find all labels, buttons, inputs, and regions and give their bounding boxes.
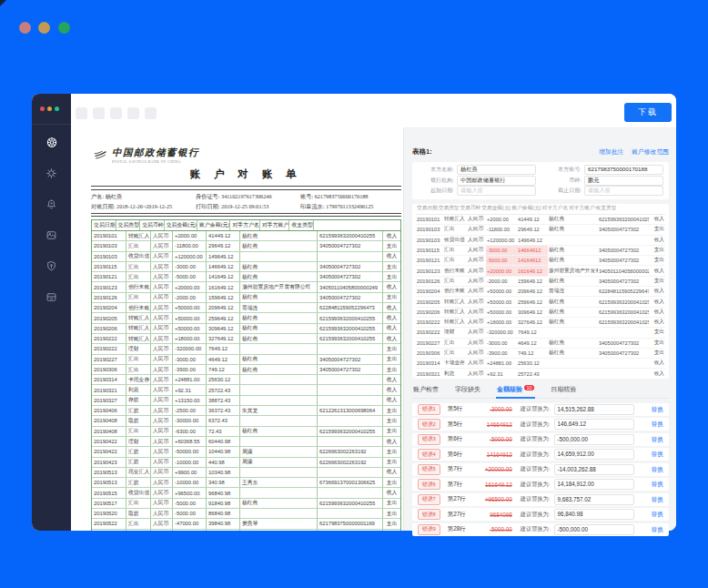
replace-link[interactable]: 替换 (651, 510, 663, 519)
cell-balance: 25722.43 (517, 369, 548, 378)
verification-tab[interactable]: 日期核验 (550, 383, 577, 398)
download-button[interactable]: 下载 (624, 103, 672, 122)
close-icon[interactable] (40, 106, 45, 111)
replace-link[interactable]: 替换 (651, 465, 663, 474)
suggestion-input[interactable]: 14,515,262.88 (554, 404, 634, 415)
suggestion-input[interactable]: -500,000.00 (554, 434, 634, 445)
cell-date: 20190513 (92, 468, 126, 477)
fullscreen-icon[interactable] (55, 106, 59, 111)
database-icon[interactable] (46, 290, 58, 303)
transaction-row[interactable]: 20190123 他行来账 人民币 +20000.00 161649.12 滁州… (416, 266, 665, 276)
field-input[interactable]: 杨红燕 (457, 165, 536, 175)
cell-balance: 209649.12 (207, 303, 240, 312)
cell-counterparty-account: 6215993632000410255 (598, 318, 649, 327)
statement-row: 20190103 汇出 人民币 -11800.00 29649.12 杨红燕 3… (92, 241, 400, 251)
toolbar-button-1[interactable] (76, 107, 87, 119)
cell-balance: 72.43 (207, 427, 240, 436)
close-button[interactable] (19, 22, 31, 34)
cell-counterparty-account: 34050004727302 (598, 339, 649, 348)
cell-amount: +18000.00 (486, 318, 517, 327)
statement-row: 20190520 取款 人民币 -5000.00 86840.98 支出 (92, 509, 400, 519)
transaction-row[interactable]: 20190103 汇出 人民币 -11800.00 29649.12 杨红燕 3… (416, 225, 665, 235)
suggestion-input[interactable]: -500,000.00 (554, 524, 634, 535)
field-label: 本方名称: (418, 166, 454, 174)
statement-period: 2018-12-26~2019-12-25 (116, 203, 172, 209)
suggest-label: 建议替换为: (521, 421, 551, 429)
replace-link[interactable]: 替换 (651, 480, 663, 489)
transaction-row[interactable]: 20190121 汇出 人民币 -5000.00 14164912 杨红燕 34… (416, 256, 665, 266)
minimize-button[interactable] (38, 22, 50, 34)
cell-date: 20190306 (416, 349, 443, 358)
transaction-row[interactable]: 20190206 转账汇入 人民币 +50000.00 309649.12 杨红… (416, 308, 665, 318)
suggestion-input[interactable]: 9,683,757.02 (554, 494, 634, 505)
image-card-icon[interactable] (46, 228, 58, 241)
cell-type: 汇出 (126, 355, 151, 364)
toolbar-button-2[interactable] (93, 107, 105, 119)
cell-amount: +2000.00 (173, 231, 207, 240)
cell-amount: -11800.00 (173, 241, 207, 250)
replace-link[interactable]: 替换 (651, 435, 663, 444)
transaction-row[interactable]: 20190222 转账汇入 人民币 +18000.00 327649.12 杨红… (416, 318, 665, 328)
sidebar (32, 94, 71, 531)
verification-tab[interactable]: 账户检查 (412, 383, 440, 398)
suggestion-input[interactable]: 14,184,912.00 (554, 479, 634, 490)
transaction-row[interactable]: 20190227 汇出 人民币 -3000.00 4649.12 杨红燕 340… (416, 339, 665, 349)
cell-balance: 4649.12 (207, 355, 240, 364)
statement-scan[interactable]: 中国邮政储蓄银行 POSTAL SAVINGS BANK OF CHINA 账 … (71, 127, 403, 531)
suggestion-input[interactable]: 96,840.98 (554, 509, 634, 520)
cell-direction: 支出 (649, 225, 665, 234)
replace-link[interactable]: 替换 (651, 450, 663, 459)
replace-link[interactable]: 替换 (651, 525, 663, 534)
account-edit-scope-link[interactable]: 账户修改范围 (632, 147, 669, 157)
verification-tab[interactable]: 字段缺失 (454, 383, 481, 398)
cell-date: 20190101 (416, 215, 443, 224)
transaction-row[interactable]: 20190204 他行来账 人民币 +50000.00 209649.12 贾瑞… (416, 287, 665, 297)
statement-row: 20190206 转账汇入 人民币 +50000.00 309649.12 杨红… (92, 324, 400, 334)
transaction-row[interactable]: 20190115 汇出 人民币 -3000.00 14664912 杨红燕 34… (416, 246, 665, 256)
cell-currency: 人民币 (151, 530, 173, 531)
cell-amount: +9900.00 (173, 468, 207, 477)
add-annotation-link[interactable]: 增加批注 (599, 147, 623, 157)
error-badge: 错误7 (418, 494, 440, 505)
cell-direction: 收入 (649, 369, 665, 378)
suggestion-input[interactable]: 14,659,912.00 (554, 449, 634, 460)
transaction-row[interactable]: 20190126 汇出 人民币 -2000.00 159649.12 杨红燕 3… (416, 277, 665, 287)
sidebar-nav (32, 136, 71, 303)
cell-counterparty-account (318, 468, 383, 477)
suggestion-input[interactable]: -14,003,262.88 (554, 464, 634, 475)
cell-balance: 259649.12 (517, 297, 548, 306)
cell-date: 20190103 (416, 225, 443, 234)
transaction-row[interactable]: 20190222 理财 人民币 -320000.00 7649.12 支出 (416, 328, 665, 338)
bell-icon[interactable] (46, 198, 58, 210)
transaction-row[interactable]: 20190306 汇出 人民币 -3900.00 749.12 杨红燕 3405… (416, 349, 665, 359)
replace-link[interactable]: 替换 (651, 405, 663, 414)
replace-link[interactable]: 替换 (651, 420, 663, 429)
helm-home-icon[interactable] (46, 136, 58, 148)
verification-tab[interactable]: 金额核验10 (496, 383, 535, 399)
field-input[interactable]: 请输入值 (457, 186, 536, 196)
field-input[interactable]: 鹏元 (584, 176, 663, 186)
toolbar-button-3[interactable] (110, 107, 122, 119)
column-header: 收支类型 (595, 204, 617, 215)
cell-balance: 14164912 (517, 256, 548, 265)
replace-link[interactable]: 替换 (651, 495, 663, 504)
shield-icon[interactable] (46, 259, 58, 272)
transaction-row[interactable]: 20190205 转账汇入 人民币 +50000.00 259649.12 杨红… (416, 297, 665, 307)
gear-icon[interactable] (46, 167, 58, 179)
field-input[interactable]: 请输入值 (584, 186, 663, 196)
transaction-row[interactable]: 20190103 收贷出借 人民币 +120000.00 149649.12 收… (416, 236, 665, 246)
suggest-label: 建议替换为: (521, 465, 551, 473)
minimize-icon[interactable] (47, 106, 52, 111)
field-input[interactable]: 中国邮政储蓄银行 (457, 176, 536, 186)
suggestion-input[interactable]: 146,649.12 (554, 419, 634, 430)
transaction-row[interactable]: 20190321 利息 人民币 +92.31 25722.43 收入 (416, 369, 665, 378)
field-input[interactable]: 6217983750000170188 (584, 165, 663, 175)
error-badge: 错误5 (418, 464, 440, 475)
transaction-row[interactable]: 20190314 卡现金存 人民币 +24881.00 25630.12 收入 (416, 359, 665, 369)
toolbar-button-5[interactable] (145, 107, 157, 119)
fullscreen-button[interactable] (58, 22, 70, 34)
column-header: 交易类型 (438, 204, 460, 215)
transaction-row[interactable]: 20190101 转账汇入 人民币 +2000.00 41449.12 杨红燕 … (416, 215, 665, 225)
toolbar-button-4[interactable] (127, 107, 139, 119)
statement-info: 户名: 杨红燕 身份证号: 341102197617306246 账号: 621… (91, 192, 401, 212)
